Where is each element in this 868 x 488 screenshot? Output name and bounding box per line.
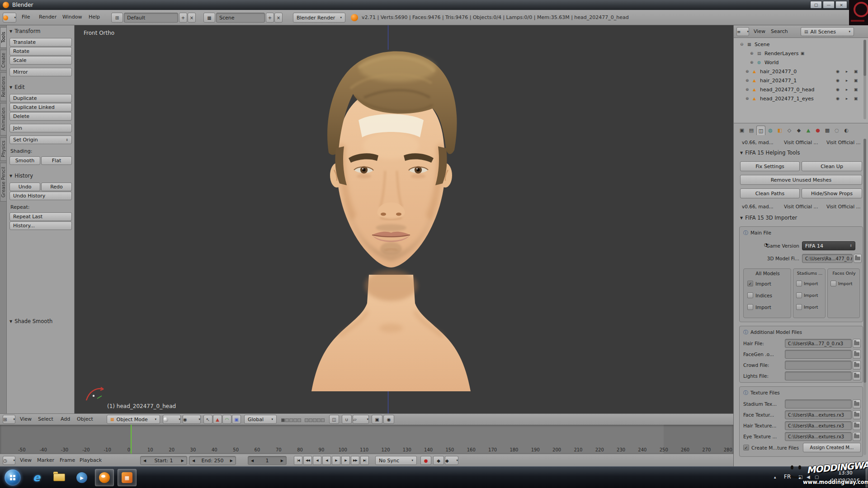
import-checkbox[interactable] bbox=[796, 281, 802, 286]
show-desktop-button[interactable] bbox=[866, 468, 868, 488]
shade-flat-button[interactable]: Flat bbox=[41, 156, 72, 165]
scene-field[interactable]: Scene bbox=[216, 13, 265, 23]
panel-header-redo[interactable]: ▼ Shade Smooth bbox=[9, 318, 52, 324]
toolshelf-tab-physics[interactable]: Physics bbox=[0, 137, 7, 161]
menu-window[interactable]: Window bbox=[62, 14, 82, 20]
next-frame-button[interactable]: ▶ bbox=[341, 456, 350, 465]
properties-tab-data-icon[interactable]: ▲ bbox=[804, 126, 813, 135]
properties-tab-modifiers-icon[interactable]: ◆ bbox=[794, 126, 803, 135]
clock-time[interactable]: 13:30 bbox=[828, 470, 863, 476]
face-texture-field[interactable]: C:\Users\Ra...extures.rx3 bbox=[785, 410, 852, 419]
visibility-eye-icon[interactable]: ◉ bbox=[835, 69, 841, 74]
lights-file-field[interactable] bbox=[785, 371, 852, 380]
eye-texture-field[interactable]: C:\Users\Ra...extures.rx3 bbox=[785, 432, 852, 441]
menu-view[interactable]: View bbox=[20, 416, 32, 422]
redo-button[interactable]: Redo bbox=[41, 183, 72, 191]
scale-button[interactable]: Scale bbox=[9, 56, 72, 65]
editor-type-button[interactable]: ⊞ ▾ bbox=[3, 415, 15, 424]
fix-settings-button[interactable]: Fix Settings bbox=[740, 161, 800, 171]
duplicate-button[interactable]: Duplicate bbox=[9, 94, 72, 103]
outliner-scope-dropdown[interactable]: ▤ All Scenes ▾ bbox=[801, 27, 854, 36]
panel-header-edit[interactable]: ▼ Edit bbox=[9, 84, 24, 90]
viewport-shading-dropdown[interactable]: ▾ bbox=[163, 415, 181, 424]
viewport-3d[interactable]: Front Ortho (1) head_202477_0_head bbox=[75, 25, 733, 413]
properties-tab-particles-icon[interactable]: ◌ bbox=[832, 126, 841, 135]
minimize-button[interactable]: — bbox=[823, 1, 835, 9]
visibility-eye-icon[interactable]: ◉ bbox=[835, 96, 841, 101]
outliner-row-hair0[interactable]: ⊕ ▲ hair_202477_0 ◉ ▸ ▣ bbox=[734, 67, 868, 76]
properties-tab-world-icon[interactable]: ◍ bbox=[766, 126, 775, 135]
panel-header-transform[interactable]: ▼ Transform bbox=[9, 28, 40, 34]
stepper-right-icon[interactable]: ▶ bbox=[230, 459, 233, 463]
taskbar-media-icon[interactable]: ▶ bbox=[72, 469, 91, 486]
add-scene-button[interactable]: + bbox=[266, 13, 274, 23]
outliner-row-hair1[interactable]: ⊕ ▲ hair_202477_1 ◉ ▸ ▣ bbox=[734, 76, 868, 85]
undo-history-button[interactable]: Undo History bbox=[9, 192, 72, 200]
start-frame-field[interactable]: ◀ Start: 1 ▶ bbox=[140, 456, 187, 465]
repeat-last-button[interactable]: Repeat Last bbox=[9, 212, 72, 221]
browse-stadium-texture-button[interactable] bbox=[853, 399, 861, 408]
layers-widget-left[interactable] bbox=[281, 415, 302, 424]
browse-hair-file-button[interactable] bbox=[853, 339, 861, 348]
join-button[interactable]: Join bbox=[9, 124, 72, 132]
shade-smooth-button[interactable]: Smooth bbox=[9, 156, 40, 165]
toolshelf-tab-animation[interactable]: Animation bbox=[0, 103, 7, 136]
outliner-row-head[interactable]: ⊕ ▲ head_202477_0_head ◉ ▸ ▣ bbox=[734, 85, 868, 94]
mirror-button[interactable]: Mirror bbox=[9, 68, 72, 76]
tray-hidden-icons-arrow[interactable]: ▴ bbox=[774, 475, 776, 479]
import-checkbox[interactable] bbox=[796, 292, 802, 298]
jump-end-button[interactable]: ▶| bbox=[360, 456, 369, 465]
taskbar-blender-icon[interactable] bbox=[95, 469, 114, 486]
play-reverse-button[interactable]: ◀ bbox=[322, 456, 331, 465]
model-file-field[interactable]: C:\Users\Ra...477_0.rx3 bbox=[802, 254, 853, 263]
pivot-dropdown[interactable]: ◉ ▾ bbox=[183, 415, 201, 424]
keying-set-icon[interactable]: ◆ bbox=[433, 456, 444, 465]
create-textures-checkbox[interactable]: ✓ bbox=[743, 445, 749, 450]
properties-tab-constraints-icon[interactable]: ◇ bbox=[785, 126, 794, 135]
close-button[interactable]: × bbox=[835, 1, 847, 9]
visit-official-link[interactable]: Visit Official ... bbox=[826, 204, 861, 209]
keying-dropdown[interactable]: ◆ ▾ bbox=[445, 456, 458, 465]
remove-unused-meshes-button[interactable]: Remove Unused Meshes bbox=[740, 175, 862, 185]
mode-dropdown[interactable]: ▦ Object Mode ▾ bbox=[107, 415, 160, 424]
addon-version-link[interactable]: v0.66, mad... bbox=[742, 204, 774, 209]
menu-marker[interactable]: Marker bbox=[37, 457, 54, 463]
manipulator-scale-icon[interactable]: ▣ bbox=[232, 415, 241, 424]
translate-button[interactable]: Translate bbox=[9, 38, 72, 47]
import-checkbox[interactable]: ✓ bbox=[747, 281, 753, 286]
selectability-icon[interactable]: ▸ bbox=[844, 87, 850, 92]
render-opengl-icon[interactable]: ▣ bbox=[372, 415, 382, 424]
snap-magnet-icon[interactable]: ∪ bbox=[342, 415, 352, 424]
menu-frame[interactable]: Frame bbox=[60, 457, 75, 463]
screen-layout-icon-button[interactable]: ⊞ bbox=[111, 13, 123, 23]
timeline-ruler[interactable]: -50-40-30-20-100102030405060708090100110… bbox=[0, 425, 733, 454]
menu-view[interactable]: View bbox=[20, 457, 32, 463]
assign-created-button[interactable]: Assign Created M... bbox=[803, 443, 861, 452]
play-button[interactable]: ▶ bbox=[332, 456, 340, 465]
prev-keyframe-button[interactable]: ◀◀ bbox=[303, 456, 312, 465]
jump-start-button[interactable]: |◀ bbox=[294, 456, 302, 465]
hair-texture-field[interactable]: C:\Users\Ra...extures.rx3 bbox=[785, 421, 852, 430]
editor-timeline-button[interactable]: ◷ ▾ bbox=[3, 456, 15, 465]
visibility-eye-icon[interactable]: ◉ bbox=[835, 87, 841, 92]
properties-tab-render-icon[interactable]: ▣ bbox=[737, 126, 746, 135]
expander-icon[interactable]: ⊕ bbox=[745, 69, 749, 74]
playhead[interactable] bbox=[131, 425, 132, 454]
menu-help[interactable]: Help bbox=[89, 14, 100, 20]
window-titlebar[interactable]: Blender — ▢ × bbox=[0, 0, 849, 10]
language-indicator[interactable]: FR bbox=[784, 474, 791, 480]
editor-outliner-button[interactable]: ≡ ▾ bbox=[736, 27, 749, 36]
toolshelf-tab-grease-pencil[interactable]: Grease Pencil bbox=[0, 163, 7, 202]
set-origin-dropdown[interactable]: Set Origin ⇕ bbox=[9, 136, 72, 144]
import-checkbox[interactable] bbox=[830, 281, 836, 286]
rotate-button[interactable]: Rotate bbox=[9, 47, 72, 56]
browse-model-file-button[interactable] bbox=[854, 254, 862, 263]
visit-official-link[interactable]: Visit Official ... bbox=[826, 140, 861, 145]
panel-header-importer[interactable]: ▼ FIFA 15 3D Importer bbox=[740, 215, 797, 221]
expander-icon[interactable]: ⊖ bbox=[740, 42, 744, 47]
menu-render[interactable]: Render bbox=[39, 14, 57, 20]
expander-icon[interactable]: ⊕ bbox=[745, 96, 749, 101]
add-layout-button[interactable]: + bbox=[179, 13, 187, 23]
orientation-dropdown[interactable]: Global ▾ bbox=[244, 415, 277, 424]
visibility-eye-icon[interactable]: ◉ bbox=[835, 78, 841, 83]
